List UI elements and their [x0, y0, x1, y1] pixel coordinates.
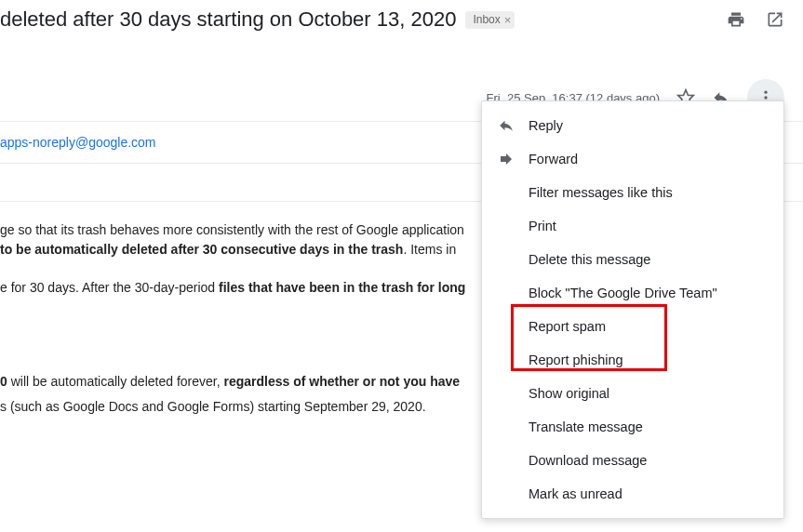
header-actions	[727, 10, 784, 29]
remove-label-icon[interactable]: ×	[504, 13, 512, 27]
menu-report-phishing[interactable]: Report phishing	[482, 343, 783, 377]
menu-label: Reply	[529, 118, 563, 133]
more-options-menu: Reply Forward Filter messages like this …	[481, 100, 784, 519]
menu-forward[interactable]: Forward	[482, 142, 783, 176]
open-new-window-icon[interactable]	[766, 10, 784, 29]
menu-report-spam[interactable]: Report spam	[482, 310, 783, 343]
menu-filter-messages[interactable]: Filter messages like this	[482, 176, 783, 209]
menu-reply[interactable]: Reply	[482, 109, 783, 142]
subject-area: deleted after 30 days starting on Octobe…	[0, 7, 515, 32]
menu-label: Report spam	[529, 319, 606, 334]
menu-label: Mark as unread	[529, 486, 622, 501]
menu-label: Delete this message	[529, 252, 650, 267]
svg-point-1	[764, 91, 767, 94]
print-icon[interactable]	[727, 10, 745, 29]
menu-label: Translate message	[529, 419, 643, 434]
forward-arrow-icon	[497, 150, 515, 168]
menu-label: Filter messages like this	[529, 185, 673, 200]
menu-translate[interactable]: Translate message	[482, 410, 783, 444]
menu-download-message[interactable]: Download message	[482, 444, 783, 477]
inbox-label-chip[interactable]: Inbox ×	[465, 11, 515, 29]
menu-label: Block "The Google Drive Team"	[529, 286, 717, 300]
menu-block-sender[interactable]: Block "The Google Drive Team"	[482, 276, 783, 310]
menu-label: Print	[529, 219, 556, 233]
reply-arrow-icon	[497, 116, 515, 135]
menu-delete-message[interactable]: Delete this message	[482, 243, 783, 276]
menu-label: Report phishing	[529, 352, 623, 367]
menu-show-original[interactable]: Show original	[482, 377, 783, 410]
menu-label: Download message	[529, 453, 647, 468]
email-subject: deleted after 30 days starting on Octobe…	[0, 7, 456, 32]
menu-label: Show original	[529, 386, 609, 401]
label-text: Inbox	[473, 13, 500, 26]
svg-point-2	[764, 96, 767, 99]
menu-label: Forward	[529, 152, 578, 166]
email-header: deleted after 30 days starting on Octobe…	[0, 0, 803, 39]
menu-mark-unread[interactable]: Mark as unread	[482, 477, 783, 511]
menu-print[interactable]: Print	[482, 209, 783, 243]
